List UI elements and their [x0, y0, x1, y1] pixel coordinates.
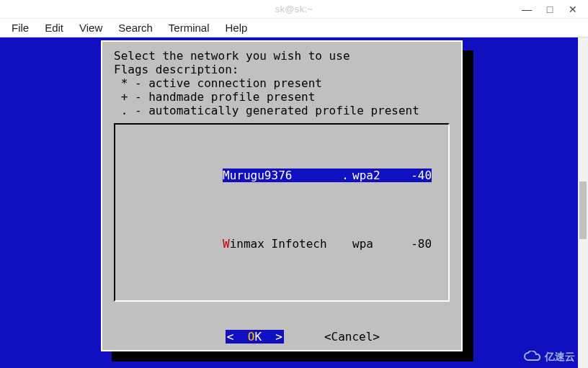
page-scrollbar-thumb[interactable]: [579, 181, 587, 239]
wifi-menu-dialog: Select the network you wish to use Flags…: [101, 40, 463, 351]
window-title: sk@sk:~: [275, 4, 313, 14]
network-signal: -40: [403, 169, 432, 182]
network-flag: .: [338, 169, 352, 182]
network-name: Winmax Infotech: [223, 237, 338, 251]
menu-edit[interactable]: Edit: [37, 20, 71, 35]
network-row-selected[interactable]: Murugu9376.wpa2-40: [121, 155, 442, 196]
ok-button[interactable]: < OK >: [226, 330, 284, 344]
window-minimize-button[interactable]: —: [520, 4, 533, 15]
menu-help[interactable]: Help: [218, 20, 255, 35]
menu-view[interactable]: View: [72, 20, 110, 35]
menubar: File Edit View Search Terminal Help: [0, 19, 588, 37]
ok-button-hotkey: O: [248, 330, 255, 344]
dialog-instructions: Select the network you wish to use Flags…: [114, 49, 450, 117]
network-encryption: wpa2: [352, 169, 403, 182]
network-row[interactable]: Winmax Infotechwpa-80: [121, 223, 442, 264]
network-hotkey: W: [223, 237, 230, 251]
network-name-rest: urugu9376: [230, 169, 293, 182]
window-controls: — □ ✕: [520, 0, 585, 19]
network-listbox[interactable]: Murugu9376.wpa2-40 Winmax Infotechwpa-80: [114, 123, 450, 302]
terminal-area: Select the network you wish to use Flags…: [0, 37, 588, 368]
menu-search[interactable]: Search: [111, 20, 160, 35]
menu-terminal[interactable]: Terminal: [161, 20, 217, 35]
network-signal: -80: [403, 237, 432, 251]
menu-file[interactable]: File: [4, 20, 36, 35]
dialog-buttons: < OK ><Cancel>: [114, 316, 450, 357]
page-scrollbar-track[interactable]: [578, 37, 588, 368]
ok-button-pre: <: [227, 330, 248, 344]
network-encryption: wpa: [352, 237, 403, 251]
network-name-rest: inmax Infotech: [230, 237, 327, 251]
network-hotkey: M: [223, 169, 230, 182]
network-name: Murugu9376: [223, 169, 338, 182]
window-titlebar: sk@sk:~ — □ ✕: [0, 0, 588, 19]
cancel-button[interactable]: <Cancel>: [324, 330, 380, 344]
window-close-button[interactable]: ✕: [566, 4, 579, 15]
window-maximize-button[interactable]: □: [543, 4, 556, 15]
ok-button-rest: K >: [254, 330, 282, 344]
